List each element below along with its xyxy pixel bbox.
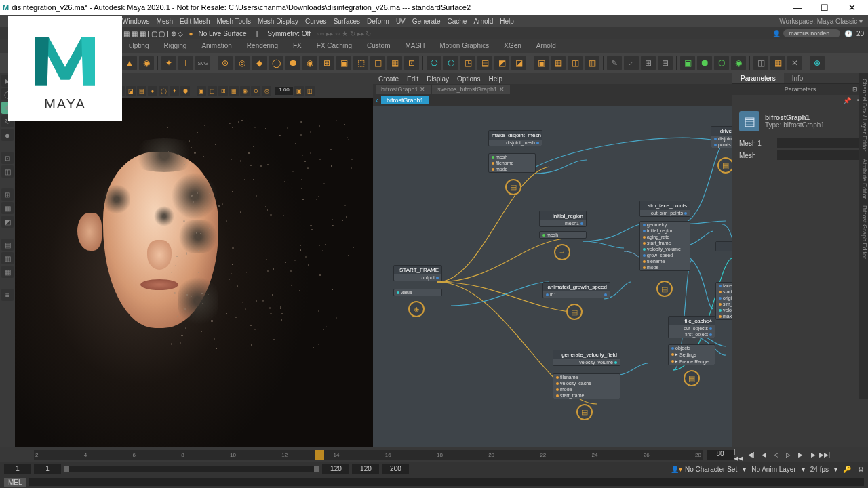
shelf-tab[interactable]: FX Caching <box>310 41 359 52</box>
node-menu[interactable]: Edit <box>407 75 418 83</box>
side-tab[interactable]: Bifrost Graph Editor <box>859 205 868 259</box>
shelf-button-icon[interactable]: ⟋ <box>624 56 639 70</box>
command-input[interactable] <box>29 478 864 486</box>
menu-item[interactable]: Arnold <box>473 18 493 25</box>
graph-node-disjoint-mesh[interactable]: mesh filename mode <box>488 153 536 173</box>
graph-node-file-cache-props[interactable]: objects ▸Settings ▸Frame Range <box>668 344 715 365</box>
shelf-button-icon[interactable]: ▦ <box>387 56 402 70</box>
graph-node-face-props[interactable]: face_s... start_fr... origin... sim_du..… <box>715 282 732 320</box>
vp-tool-icon[interactable]: ◪ <box>126 86 136 96</box>
timeline-cursor[interactable] <box>315 450 324 460</box>
vp-tool-icon[interactable]: ◫ <box>208 86 217 96</box>
menu-item[interactable]: Help <box>500 18 514 25</box>
shelf-button-icon[interactable]: ⬢ <box>697 56 712 70</box>
shelf-button-icon[interactable]: ◫ <box>370 56 385 70</box>
step-back-icon[interactable]: ◀| <box>746 450 757 460</box>
shelf-button-icon[interactable]: ◉ <box>731 56 746 70</box>
menu-item[interactable]: Surfaces <box>334 18 360 25</box>
current-frame-field[interactable]: 80 <box>707 450 734 460</box>
vp-tool-icon[interactable]: ⊞ <box>218 86 228 96</box>
shelf-button-icon[interactable]: ⬡ <box>714 56 729 70</box>
autokey-icon[interactable]: 🔑 <box>843 466 851 473</box>
menu-item[interactable]: Generate <box>412 18 441 25</box>
shelf-tab[interactable]: XGen <box>497 41 528 52</box>
vp-tool-icon[interactable]: ✦ <box>170 86 179 96</box>
user-badge[interactable]: marcus.norden... <box>783 29 840 37</box>
node-result-icon[interactable]: ▤ <box>576 404 593 420</box>
viewport-3d[interactable] <box>15 98 373 447</box>
graph-node-initial-region[interactable]: initial_region mesh1 <box>539 211 587 227</box>
shelf-tab[interactable]: Rigging <box>157 41 193 52</box>
shelf-button-icon[interactable]: ⊙ <box>218 56 233 70</box>
menu-item[interactable]: Mesh Tools <box>217 18 251 25</box>
menu-item[interactable]: Cache <box>448 18 467 25</box>
shelf-button-icon[interactable]: ▣ <box>534 56 549 70</box>
char-set-icon[interactable]: 👤▾ <box>671 466 682 473</box>
close-button[interactable]: ✕ <box>838 0 865 15</box>
vp-tool-icon[interactable]: ▣ <box>294 86 304 96</box>
shelf-button-icon[interactable]: ◫ <box>753 56 768 70</box>
node-tab[interactable]: bifrostGraph1 ✕ <box>376 85 431 94</box>
shelf-button-icon[interactable]: ◆ <box>252 56 267 70</box>
vp-tool-icon[interactable]: ▤ <box>137 86 146 96</box>
shelf-button-icon[interactable]: ▣ <box>336 56 351 70</box>
node-result-icon[interactable]: ▤ <box>684 370 700 386</box>
goto-end-icon[interactable]: ▶▶| <box>819 450 830 460</box>
minimize-button[interactable]: — <box>784 0 811 15</box>
shelf-tab[interactable]: Motion Graphics <box>433 41 496 52</box>
range-frame-b[interactable]: 200 <box>382 464 409 474</box>
shelf-button-icon[interactable]: ◳ <box>460 56 475 70</box>
graph-node-sim-du[interactable]: sim_du <box>715 241 732 251</box>
node-menu[interactable]: Create <box>378 75 399 83</box>
graph-node-make-disjoint[interactable]: make_disjoint_mesh disjoint_mesh <box>488 130 542 146</box>
vp-tool-icon[interactable]: ⬢ <box>180 86 190 96</box>
shelf-button-icon[interactable]: ✕ <box>787 56 802 70</box>
shelf-button-icon[interactable]: ▦ <box>770 56 785 70</box>
range-end-inner[interactable]: 120 <box>322 464 349 474</box>
shelf-tab[interactable]: FX <box>286 41 309 52</box>
graph-node-animated-speed[interactable]: animated_growth_speed in1 <box>542 282 610 298</box>
menu-item[interactable]: Windows <box>122 18 150 25</box>
node-result-icon[interactable]: ◈ <box>408 301 425 317</box>
play-back-icon[interactable]: ◁ <box>770 450 781 460</box>
shelf-button-svg-icon[interactable]: SVG <box>195 56 210 70</box>
menu-item[interactable]: Curves <box>305 18 327 25</box>
tool-icon[interactable]: ⊡ <box>1 152 14 164</box>
shelf-tab[interactable]: MASH <box>399 41 432 52</box>
shelf-button-icon[interactable]: ⊞ <box>319 56 334 70</box>
node-result-icon[interactable]: ▤ <box>656 281 673 297</box>
tool-icon[interactable]: ◫ <box>1 165 14 178</box>
fps-label[interactable]: 24 fps <box>810 466 829 473</box>
tool-icon[interactable]: ▤ <box>1 239 14 251</box>
shelf-button-icon[interactable]: ⊡ <box>404 56 419 70</box>
graph-node-drive-mesh[interactable]: drive_mesh disjoint_m... points <box>711 126 732 148</box>
play-icon[interactable]: ▷ <box>783 450 793 460</box>
step-fwd-icon[interactable]: |▶ <box>807 450 818 460</box>
tool-icon[interactable]: ◩ <box>1 216 14 228</box>
node-menu[interactable]: Options <box>457 75 480 83</box>
graph-node-start-frame[interactable]: START_FRAME output <box>393 265 442 281</box>
tool-icon[interactable]: ≡ <box>1 289 14 301</box>
shelf-button-icon[interactable]: ▤ <box>477 56 492 70</box>
shelf-button-icon[interactable]: ⊞ <box>641 56 656 70</box>
shelf-button-icon[interactable]: ✦ <box>161 56 176 70</box>
timeline[interactable]: 246 81012 141618 202224 2628 80 |◀◀ ◀| ◀… <box>0 447 868 462</box>
shelf-button-icon[interactable]: ⬢ <box>285 56 300 70</box>
shelf-button-icon[interactable]: ⎔ <box>427 56 441 70</box>
shelf-tab[interactable]: Arnold <box>530 41 563 52</box>
shelf-button-icon[interactable]: ◎ <box>235 56 250 70</box>
anim-layer-label[interactable]: No Anim Layer <box>751 466 796 473</box>
node-menu[interactable]: Display <box>427 75 449 83</box>
menu-item[interactable]: Mesh <box>157 18 173 25</box>
shelf-button-icon[interactable]: ◫ <box>568 56 583 70</box>
menu-item[interactable]: Edit Mesh <box>180 18 210 25</box>
shelf-button-icon[interactable]: ◯ <box>269 56 283 70</box>
maximize-button[interactable]: ☐ <box>811 0 838 15</box>
node-result-icon[interactable]: ▤ <box>505 179 521 195</box>
shelf-button-icon[interactable]: ⊕ <box>810 56 825 70</box>
attr-tab[interactable]: Info <box>784 73 812 83</box>
shelf-tab[interactable]: ulpting <box>122 41 155 52</box>
node-result-icon[interactable]: → <box>554 244 570 260</box>
node-result-icon[interactable]: ▤ <box>566 304 583 320</box>
shelf-tab[interactable]: Custom <box>360 41 397 52</box>
